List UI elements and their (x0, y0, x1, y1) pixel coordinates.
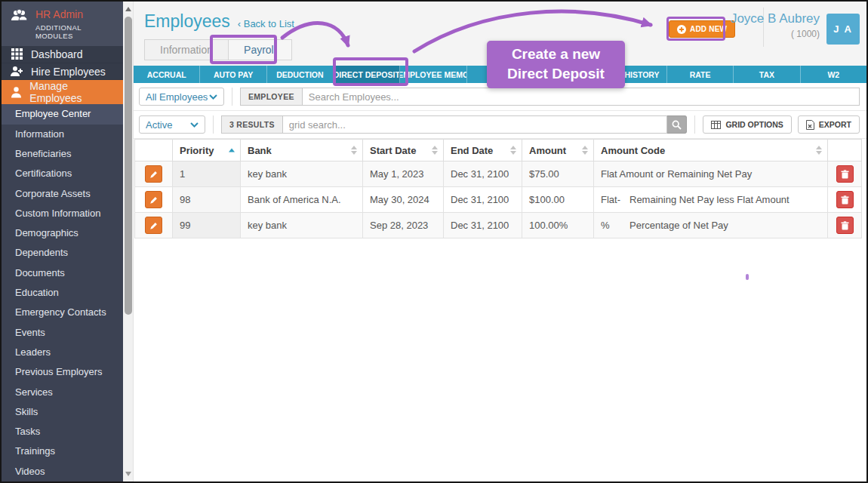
payroll-tab[interactable] (534, 66, 600, 83)
sidebar-item-leaders[interactable]: Leaders (2, 343, 123, 362)
sidebar-item-education[interactable]: Education (2, 283, 123, 303)
sidebar-item-dependents[interactable]: Dependents (2, 243, 123, 263)
pencil-icon (149, 195, 159, 205)
delete-row-button[interactable] (836, 191, 854, 208)
grid-options-icon (711, 121, 721, 129)
sidebar-item-manage-employees[interactable]: Manage Employees (2, 80, 123, 104)
payroll-tab-accrual[interactable]: ACCRUAL (134, 66, 200, 83)
sidebar-item-demographics[interactable]: Demographics (2, 223, 123, 243)
sidebar-item-label: Hire Employees (31, 66, 106, 78)
payroll-tab-employee-memo[interactable]: EMPLOYEE MEMO (400, 66, 466, 83)
employee-search-label: EMPLOYEE (240, 88, 303, 106)
bank-cell: key bank (241, 213, 363, 238)
amount-code: Flat- (601, 194, 629, 205)
payroll-tab-auto-pay[interactable]: AUTO PAY (200, 66, 266, 83)
tab-payroll[interactable]: Payroll (228, 39, 292, 60)
employee-search-input[interactable] (303, 88, 860, 106)
payroll-tab-tax[interactable]: TAX (734, 66, 800, 83)
sidebar-item-custom-information[interactable]: Custom Information (2, 204, 123, 223)
grid-options-label: GRID OPTIONS (725, 120, 783, 129)
delete-row-button[interactable] (836, 217, 854, 234)
sort-asc-icon (229, 149, 235, 152)
edit-cell (135, 213, 173, 238)
grid-options-button[interactable]: GRID OPTIONS (703, 115, 791, 134)
end-date-cell: Dec 31, 2100 (444, 213, 522, 238)
add-new-label: ADD NEW (690, 25, 727, 33)
grid-toolbar-row: Active 3 RESULTS GRID OPTIONS EXPORT (134, 111, 866, 139)
priority-cell: 1 (173, 162, 241, 187)
employee-scope-select[interactable]: All Employees (139, 88, 224, 106)
amount-description: Flat Amount or Remaining Net Pay (601, 168, 752, 180)
column-header-end-date[interactable]: End Date (444, 140, 522, 162)
table-row: 99key bankSep 28, 2023Dec 31, 2100100.00… (135, 213, 862, 238)
delete-column-header (828, 140, 862, 162)
amount-code: % (601, 220, 629, 231)
column-header-amount[interactable]: Amount (522, 140, 594, 162)
sidebar-item-events[interactable]: Events (2, 323, 123, 343)
start-date-cell: May 1, 2023 (363, 162, 444, 187)
sidebar-item-information[interactable]: Information (2, 125, 123, 144)
divider (694, 115, 695, 134)
back-to-list-link[interactable]: ‹ Back to List (238, 18, 294, 29)
sidebar-item-label: Manage Employees (29, 80, 114, 104)
priority-cell: 98 (173, 187, 241, 213)
tab-information[interactable]: Information (144, 39, 229, 60)
search-button[interactable] (667, 115, 687, 134)
grid-search-input[interactable] (283, 115, 668, 134)
user-name[interactable]: Joyce B Aubrey (731, 11, 820, 26)
scrollbar-thumb[interactable] (125, 17, 132, 315)
sidebar-item-videos[interactable]: Videos (2, 462, 123, 481)
direct-deposit-table: Priority Bank Start Date End Date Amount… (134, 139, 862, 238)
payroll-tab[interactable] (467, 66, 534, 83)
edit-row-button[interactable] (145, 217, 162, 234)
edit-row-button[interactable] (145, 191, 162, 208)
amount-code-cell: Flat Amount or Remaining Net Pay (594, 162, 828, 187)
sidebar-item-corporate-assets[interactable]: Corporate Assets (2, 184, 123, 204)
scroll-up-icon[interactable] (125, 7, 131, 11)
page-tabs: Information Payroll (144, 39, 292, 60)
page-title: Employees (144, 11, 230, 32)
sidebar-scrollbar[interactable] (123, 2, 134, 481)
sidebar-item-tasks[interactable]: Tasks (2, 422, 123, 441)
sidebar-item-emergency-contacts[interactable]: Emergency Contacts (2, 303, 123, 322)
sidebar-item-trainings[interactable]: Trainings (2, 441, 123, 461)
trash-icon (841, 170, 849, 179)
payroll-tab-w2[interactable]: W2 (801, 66, 866, 83)
column-header-priority[interactable]: Priority (173, 140, 241, 162)
sidebar-item-skills[interactable]: Skills (2, 402, 123, 422)
column-header-start-date[interactable]: Start Date (363, 140, 444, 162)
bank-cell: key bank (241, 162, 363, 187)
sidebar-item-beneficiaries[interactable]: Beneficiaries (2, 144, 123, 164)
amount-code-cell: Flat-Remaining Net Pay less Flat Amount (594, 187, 828, 213)
sidebar-item-previous-employers[interactable]: Previous Employers (2, 362, 123, 382)
amount-cell: 100.00% (522, 213, 594, 238)
sidebar-item-documents[interactable]: Documents (2, 263, 123, 283)
hr-admin-group-icon (11, 8, 29, 26)
scroll-down-icon[interactable] (125, 472, 131, 476)
payroll-tab-direct-deposit[interactable]: DIRECT DEPOSIT (334, 66, 400, 83)
payroll-tab-deduction[interactable]: DEDUCTION (267, 66, 334, 83)
sidebar-item-hire-employees[interactable]: Hire Employees (2, 63, 123, 81)
payroll-tab-pay-history[interactable]: PAY HISTORY (601, 66, 667, 83)
sidebar-item-certifications[interactable]: Certifications (2, 164, 123, 183)
sidebar-item-dashboard[interactable]: Dashboard (2, 46, 123, 63)
payroll-tab-rate[interactable]: RATE (667, 66, 734, 83)
export-file-icon (806, 120, 814, 130)
sidebar-item-employee-center[interactable]: Employee Center (2, 104, 123, 124)
table-row: 98Bank of America N.A.May 30, 2024Dec 31… (135, 187, 862, 213)
amount-description: Remaining Net Pay less Flat Amount (629, 194, 790, 205)
delete-cell (828, 162, 862, 187)
sidebar-header[interactable]: HR Admin ADDITIONAL MODULES (2, 2, 123, 46)
avatar[interactable]: J A (826, 14, 860, 45)
delete-row-button[interactable] (836, 165, 854, 183)
status-select[interactable]: Active (139, 115, 205, 134)
column-header-amount-code[interactable]: Amount Code (594, 140, 828, 162)
add-new-button[interactable]: ADD NEW (669, 20, 735, 38)
column-header-bank[interactable]: Bank (241, 140, 363, 162)
export-button[interactable]: EXPORT (798, 115, 860, 134)
sidebar-item-services[interactable]: Services (2, 383, 123, 402)
main-content: Employees ‹ Back to List Information Pay… (134, 2, 866, 481)
start-date-cell: May 30, 2024 (363, 187, 444, 213)
sort-icon (510, 146, 516, 155)
edit-row-button[interactable] (145, 165, 162, 183)
